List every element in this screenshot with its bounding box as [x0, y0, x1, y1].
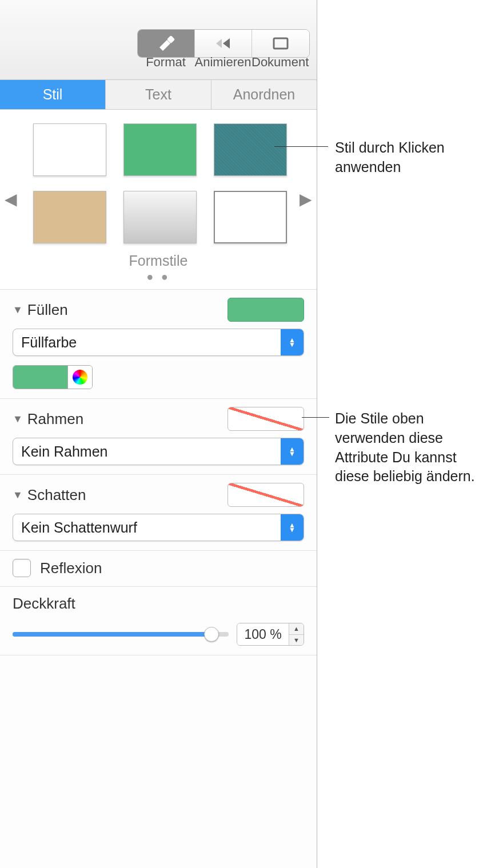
callout-1: Stil durch Klicken anwenden — [335, 138, 484, 177]
svg-rect-1 — [274, 38, 288, 49]
opacity-label: Deckkraft — [13, 595, 75, 612]
border-disclosure[interactable]: ▼ Rahmen — [13, 410, 83, 428]
callout-2-text: Die Stile oben verwenden diese Attribute… — [335, 410, 475, 484]
shadow-title: Schatten — [27, 486, 86, 504]
inspector-panel: Format Animieren Dokument Stil Text Anor… — [0, 0, 317, 868]
chevron-down-icon: ▼ — [13, 489, 23, 501]
shadow-disclosure[interactable]: ▼ Schatten — [13, 486, 86, 504]
fill-disclosure[interactable]: ▼ Füllen — [13, 301, 68, 319]
shadow-preview[interactable] — [227, 483, 304, 507]
styles-next-arrow[interactable]: ▶ — [300, 190, 312, 209]
shadow-type-dropdown[interactable]: Kein Schattenwurf ▲▼ — [13, 514, 304, 541]
opacity-value-stepper[interactable]: 100 % ▲ ▼ — [237, 623, 304, 646]
dropdown-arrows-icon: ▲▼ — [281, 329, 304, 355]
callout-line — [302, 417, 329, 418]
shadow-type-value: Kein Schattenwurf — [13, 514, 281, 541]
tab-style[interactable]: Stil — [0, 80, 106, 109]
fill-type-value: Füllfarbe — [13, 329, 281, 355]
border-title: Rahmen — [27, 410, 83, 428]
opacity-stepper[interactable]: ▲ ▼ — [289, 623, 304, 645]
animate-button[interactable] — [195, 30, 252, 57]
reflection-section: Reflexion — [0, 551, 317, 587]
stepper-down-icon[interactable]: ▼ — [289, 635, 304, 646]
border-preview[interactable] — [227, 407, 304, 431]
opacity-section: Deckkraft 100 % ▲ ▼ — [0, 587, 317, 655]
styles-caption: Formstile — [10, 253, 306, 269]
brush-icon — [157, 35, 176, 52]
shape-styles-area: ◀ ▶ Formstile ● ● — [0, 110, 317, 290]
opacity-slider-thumb[interactable] — [204, 627, 219, 642]
fill-type-dropdown[interactable]: Füllfarbe ▲▼ — [13, 329, 304, 356]
reflection-label: Reflexion — [40, 559, 102, 577]
reflection-checkbox[interactable] — [13, 559, 31, 577]
document-icon — [272, 37, 289, 50]
inspector-tabs: Stil Text Anordnen — [0, 80, 317, 110]
fill-color-well[interactable] — [13, 365, 93, 389]
toolbar-labels: Format Animieren Dokument — [137, 55, 309, 70]
style-swatch-1[interactable] — [33, 123, 106, 176]
tab-text[interactable]: Text — [106, 80, 211, 109]
color-wheel-icon — [73, 370, 87, 385]
styles-prev-arrow[interactable]: ◀ — [5, 190, 17, 209]
fill-title: Füllen — [27, 301, 68, 319]
animate-label: Animieren — [194, 55, 252, 70]
fill-section: ▼ Füllen Füllfarbe ▲▼ — [0, 290, 317, 399]
stepper-up-icon[interactable]: ▲ — [289, 623, 304, 635]
dropdown-arrows-icon: ▲▼ — [281, 438, 304, 465]
toolbar: Format Animieren Dokument — [0, 0, 317, 80]
style-swatch-5[interactable] — [123, 191, 197, 243]
style-swatch-6[interactable] — [214, 191, 287, 243]
chevron-down-icon: ▼ — [13, 413, 23, 425]
shadow-section: ▼ Schatten Kein Schattenwurf ▲▼ — [0, 475, 317, 551]
opacity-slider-fill — [13, 632, 211, 637]
border-section: ▼ Rahmen Kein Rahmen ▲▼ — [0, 399, 317, 475]
format-button[interactable] — [138, 30, 195, 57]
styles-page-dots[interactable]: ● ● — [10, 270, 306, 283]
format-label: Format — [137, 55, 194, 70]
callout-1-text: Stil durch Klicken anwenden — [335, 139, 445, 175]
dropdown-arrows-icon: ▲▼ — [281, 514, 304, 541]
styles-grid — [10, 123, 306, 243]
style-swatch-3[interactable] — [214, 123, 287, 176]
style-swatch-4[interactable] — [33, 191, 106, 243]
document-label: Dokument — [252, 55, 309, 70]
color-wheel-button[interactable] — [68, 366, 92, 389]
attribute-sections: ▼ Füllen Füllfarbe ▲▼ ▼ Rahmen — [0, 290, 317, 868]
fill-color-swatch[interactable] — [13, 366, 68, 389]
chevron-down-icon: ▼ — [13, 304, 23, 316]
opacity-value[interactable]: 100 % — [237, 623, 289, 645]
style-swatch-2[interactable] — [123, 123, 197, 176]
animate-icon — [214, 37, 233, 50]
fill-preview[interactable] — [227, 298, 304, 322]
document-button[interactable] — [252, 30, 309, 57]
top-segmented-control — [137, 29, 310, 58]
callout-2: Die Stile oben verwenden diese Attribute… — [335, 409, 489, 486]
callout-line — [274, 146, 328, 147]
border-type-value: Kein Rahmen — [13, 438, 281, 465]
border-type-dropdown[interactable]: Kein Rahmen ▲▼ — [13, 438, 304, 465]
tab-arrange[interactable]: Anordnen — [211, 80, 317, 109]
opacity-slider[interactable] — [13, 632, 229, 637]
